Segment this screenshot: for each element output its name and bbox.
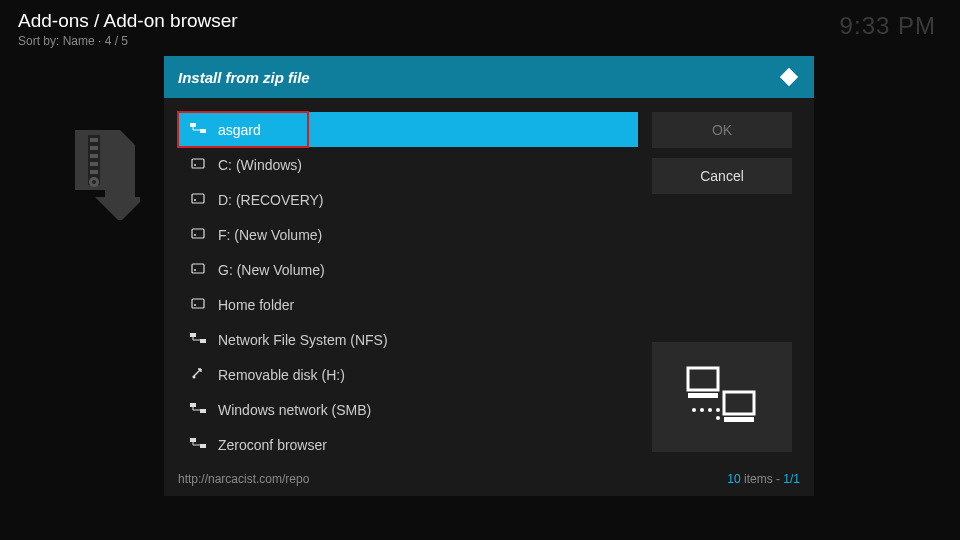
- list-item[interactable]: C: (Windows): [178, 147, 638, 182]
- network-icon: [188, 332, 208, 347]
- list-item[interactable]: Windows network (SMB): [178, 392, 638, 427]
- dialog-footer: http://narcacist.com/repo 10 items - 1/1: [164, 466, 814, 496]
- list-item-label: asgard: [218, 122, 261, 138]
- svg-rect-12: [192, 194, 204, 203]
- drive-icon: [188, 226, 208, 243]
- svg-point-13: [194, 199, 196, 201]
- breadcrumb: Add-ons / Add-on browser: [18, 10, 238, 32]
- drive-icon: [188, 261, 208, 278]
- list-item-label: Removable disk (H:): [218, 367, 345, 383]
- svg-rect-18: [192, 299, 204, 308]
- svg-point-34: [716, 408, 720, 412]
- svg-rect-28: [688, 393, 718, 398]
- svg-rect-3: [90, 154, 98, 158]
- svg-rect-29: [724, 392, 754, 414]
- svg-rect-5: [90, 170, 98, 174]
- file-list: asgardC: (Windows)D: (RECOVERY)F: (New V…: [178, 112, 638, 462]
- svg-rect-21: [200, 339, 206, 343]
- list-item-label: Zeroconf browser: [218, 437, 327, 453]
- list-item[interactable]: Network File System (NFS): [178, 322, 638, 357]
- svg-rect-10: [192, 159, 204, 168]
- svg-rect-27: [688, 368, 718, 390]
- network-icon: [188, 402, 208, 417]
- network-icon: [188, 122, 208, 137]
- list-item-label: Network File System (NFS): [218, 332, 388, 348]
- svg-point-19: [194, 304, 196, 306]
- svg-rect-30: [724, 417, 754, 422]
- svg-point-17: [194, 269, 196, 271]
- network-icon: [188, 437, 208, 452]
- svg-point-7: [92, 180, 96, 184]
- list-item-label: Windows network (SMB): [218, 402, 371, 418]
- kodi-logo-icon: [778, 66, 800, 88]
- usb-icon: [188, 366, 208, 383]
- svg-rect-25: [190, 438, 196, 442]
- ok-button[interactable]: OK: [652, 112, 792, 148]
- clock: 9:33 PM: [840, 12, 936, 40]
- svg-point-22: [193, 376, 196, 379]
- svg-rect-14: [192, 229, 204, 238]
- list-item-label: G: (New Volume): [218, 262, 325, 278]
- svg-rect-26: [200, 444, 206, 448]
- list-item[interactable]: asgard: [178, 112, 308, 147]
- preview-thumbnail: [652, 342, 792, 452]
- list-item-label: F: (New Volume): [218, 227, 322, 243]
- dialog-title-text: Install from zip file: [178, 69, 310, 86]
- list-item-label: Home folder: [218, 297, 294, 313]
- list-item-label: C: (Windows): [218, 157, 302, 173]
- list-item[interactable]: G: (New Volume): [178, 252, 638, 287]
- svg-rect-2: [90, 146, 98, 150]
- svg-rect-16: [192, 264, 204, 273]
- footer-pager: 10 items - 1/1: [727, 472, 800, 486]
- cancel-button[interactable]: Cancel: [652, 158, 792, 194]
- list-item[interactable]: D: (RECOVERY): [178, 182, 638, 217]
- svg-rect-8: [190, 123, 196, 127]
- dialog-titlebar: Install from zip file: [164, 56, 814, 98]
- list-item[interactable]: F: (New Volume): [178, 217, 638, 252]
- footer-path: http://narcacist.com/repo: [178, 472, 309, 486]
- side-panel: OK Cancel: [638, 112, 800, 462]
- list-item-label: D: (RECOVERY): [218, 192, 324, 208]
- svg-rect-4: [90, 162, 98, 166]
- svg-point-11: [194, 164, 196, 166]
- svg-rect-24: [200, 409, 206, 413]
- svg-rect-1: [90, 138, 98, 142]
- svg-point-33: [708, 408, 712, 412]
- drive-icon: [188, 156, 208, 173]
- svg-rect-23: [190, 403, 196, 407]
- list-item[interactable]: Removable disk (H:): [178, 357, 638, 392]
- svg-point-31: [692, 408, 696, 412]
- svg-rect-9: [200, 129, 206, 133]
- install-zip-dialog: Install from zip file asgardC: (Windows)…: [164, 56, 814, 496]
- list-item[interactable]: Zeroconf browser: [178, 427, 638, 462]
- drive-icon: [188, 296, 208, 313]
- svg-point-35: [716, 416, 720, 420]
- drive-icon: [188, 191, 208, 208]
- list-item[interactable]: Home folder: [178, 287, 638, 322]
- svg-rect-20: [190, 333, 196, 337]
- svg-point-15: [194, 234, 196, 236]
- sort-line: Sort by: Name · 4 / 5: [18, 34, 238, 48]
- svg-point-32: [700, 408, 704, 412]
- zip-download-icon: [70, 130, 140, 220]
- header: Add-ons / Add-on browser Sort by: Name ·…: [18, 10, 238, 48]
